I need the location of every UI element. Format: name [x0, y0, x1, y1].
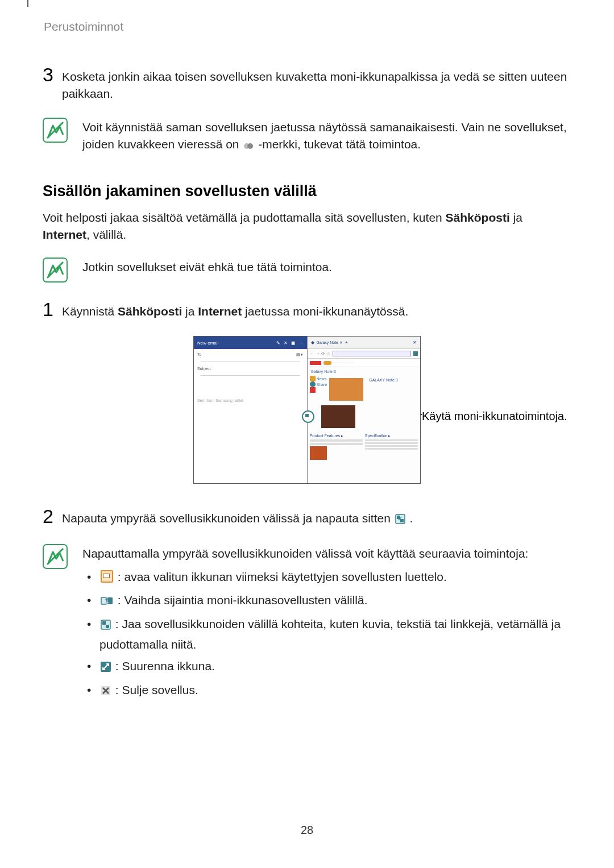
fig-browser-titlebar: ◆Galaxy Note ✕+ ✕	[308, 337, 421, 349]
note-3: Napauttamalla ympyrää sovellusikkunoiden…	[43, 543, 571, 705]
fig-email-titlebar: New email ✎✕▣⋯	[194, 337, 307, 349]
intro-part1: Voit helposti jakaa sisältöä vetämällä j…	[43, 211, 446, 224]
figure-wrap: New email ✎✕▣⋯ To▤ ▾ Subject Sent from S…	[43, 336, 571, 484]
step2-part2: .	[410, 512, 413, 525]
bullet-close: : Sulje sovellus.	[82, 681, 571, 701]
figure-callout: Käytä moni-ikkunatoimintoja.	[422, 409, 567, 423]
note-1: Voit käynnistää saman sovelluksen jaetus…	[43, 117, 571, 155]
figure-browser-pane: ◆Galaxy Note ✕+ ✕ ← → ⟳ ☆ — — — — — Gala…	[308, 337, 421, 483]
note-icon	[43, 258, 68, 283]
step-number-1: 1	[43, 300, 62, 319]
swap-position-icon	[101, 593, 113, 612]
figure-email-pane: New email ✎✕▣⋯ To▤ ▾ Subject Sent from S…	[194, 337, 308, 483]
bullet-recent: : avaa valitun ikkunan viimeksi käytetty…	[82, 568, 571, 588]
bullet-share-text: : Jaa sovellusikkunoiden välillä kohteit…	[99, 617, 561, 651]
step-2-block: 2 Napauta ympyrää sovellusikkunoiden väl…	[43, 506, 571, 529]
share-between-icon	[101, 617, 111, 636]
section-heading: Sisällön jakaminen sovellusten välillä	[43, 182, 571, 200]
page-number: 28	[43, 824, 571, 837]
note-1-text: Voit käynnistää saman sovelluksen jaetus…	[82, 117, 571, 155]
drag-drop-icon	[395, 512, 405, 529]
step1-bold1: Sähköposti	[118, 305, 182, 318]
bullet-swap: : Vaihda sijaintia moni-ikkunasovelluste…	[82, 591, 571, 612]
intro-part3: , välillä.	[86, 228, 126, 241]
note-icon	[43, 544, 68, 569]
step-1-block: 1 Käynnistä Sähköposti ja Internet jaetu…	[43, 300, 571, 320]
step2-part1: Napauta ympyrää sovellusikkunoiden välis…	[62, 512, 394, 525]
maximize-icon	[101, 659, 111, 678]
note3-intro: Napauttamalla ympyrää sovellusikkunoiden…	[82, 545, 571, 562]
step-1-text: Käynnistä Sähköposti ja Internet jaetuss…	[62, 300, 408, 320]
note1-line2: -merkki, tukevat tätä toimintoa.	[258, 138, 421, 151]
step1-part2: ja	[182, 305, 198, 318]
note-3-content: Napauttamalla ympyrää sovellusikkunoiden…	[82, 543, 571, 705]
bullet-maximize-text: : Suurenna ikkuna.	[112, 659, 215, 672]
top-rule	[27, 0, 28, 7]
svg-rect-6	[400, 519, 404, 522]
bullet-maximize: : Suurenna ikkuna.	[82, 657, 571, 678]
intro-bold1: Sähköposti	[446, 211, 510, 224]
step1-bold2: Internet	[198, 305, 242, 318]
recent-apps-icon	[101, 570, 113, 588]
close-icon	[101, 683, 111, 701]
note-2-text: Jotkin sovellukset eivät ehkä tue tätä t…	[82, 256, 332, 276]
svg-point-2	[247, 143, 253, 149]
bullet-recent-text: : avaa valitun ikkunan viimeksi käytetty…	[114, 570, 447, 583]
dual-circle-icon	[243, 138, 254, 155]
step1-part3: jaetussa moni-ikkunanäytössä.	[242, 305, 408, 318]
page-header: Perustoiminnot	[44, 20, 571, 34]
multiwindow-handle-icon	[302, 410, 314, 423]
intro-para: Voit helposti jakaa sisältöä vetämällä j…	[43, 209, 571, 244]
svg-rect-11	[102, 621, 106, 625]
note3-bullet-list: : avaa valitun ikkunan viimeksi käytetty…	[82, 568, 571, 701]
intro-bold2: Internet	[43, 228, 86, 241]
bullet-close-text: : Sulje sovellus.	[112, 683, 198, 696]
screenshot-figure: New email ✎✕▣⋯ To▤ ▾ Subject Sent from S…	[193, 336, 421, 484]
step-3-text: Kosketa jonkin aikaa toisen sovelluksen …	[62, 65, 571, 103]
bullet-swap-text: : Vaihda sijaintia moni-ikkunasovelluste…	[114, 593, 368, 607]
step-number-3: 3	[43, 65, 62, 84]
bullet-share: : Jaa sovellusikkunoiden välillä kohteit…	[82, 615, 571, 654]
step-3-block: 3 Kosketa jonkin aikaa toisen sovellukse…	[43, 65, 571, 103]
svg-rect-12	[106, 625, 109, 628]
note-icon	[43, 118, 68, 143]
note-2: Jotkin sovellukset eivät ehkä tue tätä t…	[43, 256, 571, 283]
step-number-2: 2	[43, 506, 62, 526]
intro-part2: ja	[510, 211, 522, 224]
step1-part1: Käynnistä	[62, 305, 118, 318]
step-2-text: Napauta ympyrää sovellusikkunoiden välis…	[62, 506, 413, 529]
